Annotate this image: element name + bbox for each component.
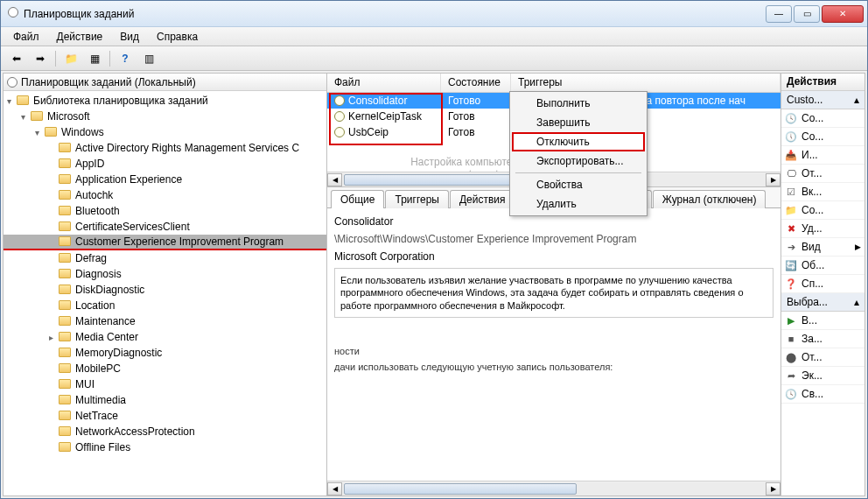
refresh-icon: 🔄: [785, 259, 797, 271]
ctx-props[interactable]: Свойства: [512, 175, 645, 194]
enable-icon: ☑: [785, 186, 797, 198]
back-button[interactable]: ⬅: [6, 49, 27, 68]
ctx-export[interactable]: Экспортировать...: [512, 151, 645, 171]
col-triggers[interactable]: Триггеры: [511, 74, 780, 92]
menu-view[interactable]: Вид: [113, 29, 146, 45]
tree-node[interactable]: ▾Windows: [4, 124, 326, 140]
ctx-end[interactable]: Завершить: [512, 113, 645, 132]
tree-node[interactable]: Customer Experience Improvement Program: [4, 235, 326, 250]
action-item[interactable]: 🕓Со...: [781, 109, 864, 128]
tree-root-header[interactable]: Планировщик заданий (Локальный): [4, 74, 326, 91]
task-description: Если пользователь изъявил желание участв…: [334, 268, 774, 318]
minimize-button[interactable]: —: [766, 5, 792, 23]
task-icon: [334, 111, 345, 122]
actions-section-1[interactable]: Custo...▴: [781, 91, 864, 109]
tree-root-label: Планировщик заданий (Локальный): [21, 76, 196, 88]
col-file[interactable]: Файл: [327, 74, 441, 92]
forward-button[interactable]: ➡: [30, 49, 51, 68]
tree-node[interactable]: NetTrace: [4, 408, 326, 424]
tree-node[interactable]: MemoryDiagnostic: [4, 345, 326, 361]
action-item[interactable]: ➔Вид▶: [781, 238, 864, 257]
tree-node[interactable]: Multimedia: [4, 392, 326, 408]
tree-node[interactable]: NetworkAccessProtection: [4, 424, 326, 439]
tree-node[interactable]: Maintenance: [4, 313, 326, 329]
tree-node[interactable]: MobilePC: [4, 361, 326, 376]
tree-node[interactable]: ▸Media Center: [4, 329, 326, 345]
tree-node[interactable]: Diagnosis: [4, 266, 326, 282]
action-item[interactable]: ✖Уд...: [781, 220, 864, 238]
action-item[interactable]: 📥И...: [781, 146, 864, 165]
column-headers: Файл Состояние Триггеры: [327, 74, 780, 93]
tree-node[interactable]: CertificateServicesClient: [4, 219, 326, 235]
up-button[interactable]: 📁: [60, 49, 81, 68]
action-item[interactable]: ■За...: [781, 330, 864, 348]
tree-node[interactable]: Location: [4, 298, 326, 313]
menu-action[interactable]: Действие: [50, 29, 110, 45]
tree-node[interactable]: ▾Microsoft: [4, 109, 326, 124]
tree[interactable]: ▾Библиотека планировщика заданий▾Microso…: [4, 91, 326, 495]
tab-history[interactable]: Журнал (отключен): [653, 190, 766, 208]
actions-pane: Действия Custo...▴ 🕓Со...🕔Со...📥И...🖵От.…: [781, 74, 864, 495]
detail-hscroll[interactable]: ◀ ▶: [327, 481, 780, 495]
tree-pane: Планировщик заданий (Локальный) ▾Библиот…: [4, 74, 327, 495]
task-path: \Microsoft\Windows\Customer Experience I…: [334, 233, 774, 245]
tab-actions[interactable]: Действия: [450, 190, 515, 208]
action-item[interactable]: ☑Вк...: [781, 183, 864, 201]
ctx-disable[interactable]: Отключить: [512, 132, 645, 151]
action-item[interactable]: ❓Сп...: [781, 275, 864, 293]
actions-section-2[interactable]: Выбра...▴: [781, 293, 864, 312]
menu-help[interactable]: Справка: [150, 29, 205, 45]
action-item[interactable]: 🕓Св...: [781, 385, 864, 404]
action-item[interactable]: ➦Эк...: [781, 367, 864, 385]
action-item[interactable]: ▶В...: [781, 312, 864, 330]
end-icon: ■: [785, 333, 797, 345]
scroll-right-icon[interactable]: ▶: [766, 173, 780, 186]
tree-node[interactable]: DiskDiagnostic: [4, 282, 326, 298]
task-icon: [334, 95, 345, 106]
task-author: Microsoft Corporation: [334, 250, 774, 263]
ctx-run[interactable]: Выполнить: [512, 94, 645, 113]
ctx-delete[interactable]: Удалить: [512, 194, 645, 214]
tree-node[interactable]: Autochk: [4, 187, 326, 203]
action-item[interactable]: 📁Со...: [781, 201, 864, 220]
action-item[interactable]: ⬤От...: [781, 348, 864, 367]
delete-icon: ✖: [785, 222, 797, 235]
tree-node[interactable]: ▾Библиотека планировщика заданий: [4, 93, 326, 109]
tree-node[interactable]: Bluetooth: [4, 203, 326, 219]
tree-node[interactable]: Active Directory Rights Management Servi…: [4, 140, 326, 156]
scroll-left-icon[interactable]: ◀: [327, 482, 342, 495]
toolbar: ⬅ ➡ 📁 ▦ ? ▥: [1, 46, 867, 71]
export-icon: ➦: [785, 369, 797, 382]
clock-icon: [7, 77, 18, 88]
action-item[interactable]: 🖵От...: [781, 165, 864, 183]
close-button[interactable]: ✕: [822, 5, 864, 23]
col-state[interactable]: Состояние: [441, 74, 511, 92]
tab-content-general: Consolidator \Microsoft\Windows\Customer…: [327, 208, 780, 481]
disable-icon: ⬤: [785, 351, 797, 363]
help-icon: ❓: [785, 278, 797, 290]
run-icon: ▶: [785, 314, 797, 327]
action-item[interactable]: 🔄Об...: [781, 257, 864, 275]
tab-triggers[interactable]: Триггеры: [385, 190, 449, 208]
tree-node[interactable]: Application Experience: [4, 172, 326, 187]
maximize-button[interactable]: ▭: [794, 5, 820, 23]
clock-icon: 🕓: [785, 112, 797, 124]
actions-header: Действия: [781, 74, 864, 91]
body: Планировщик заданий (Локальный) ▾Библиот…: [3, 73, 865, 496]
tree-node[interactable]: Offline Files: [4, 439, 326, 455]
tab-general[interactable]: Общие: [331, 190, 384, 208]
context-menu[interactable]: Выполнить Завершить Отключить Экспортиро…: [509, 91, 648, 216]
center-pane: Файл Состояние Триггеры ConsolidatorГото…: [327, 74, 781, 495]
import-icon: 📥: [785, 149, 797, 161]
properties-button[interactable]: ▦: [84, 49, 105, 68]
action-item[interactable]: 🕔Со...: [781, 128, 864, 146]
tree-node[interactable]: AppID: [4, 156, 326, 172]
pane-button[interactable]: ▥: [138, 49, 159, 68]
scroll-right-icon[interactable]: ▶: [766, 482, 780, 495]
tree-node[interactable]: MUI: [4, 376, 326, 392]
task-icon: [334, 127, 345, 137]
tree-node[interactable]: Defrag: [4, 250, 326, 266]
menu-file[interactable]: Файл: [6, 29, 46, 45]
help-button[interactable]: ?: [115, 49, 136, 68]
scroll-left-icon[interactable]: ◀: [327, 173, 342, 186]
